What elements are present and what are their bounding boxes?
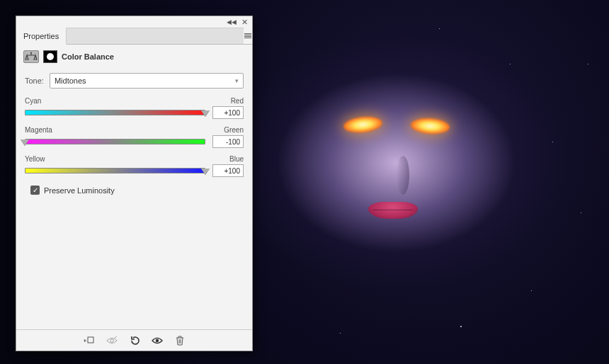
svg-point-0	[30, 52, 32, 54]
trash-icon[interactable]	[174, 335, 186, 346]
slider-value-cr[interactable]: +100	[212, 106, 244, 119]
visibility-icon[interactable]	[152, 335, 163, 346]
tab-bar: Properties	[16, 28, 252, 45]
slider-value-yb[interactable]: +100	[212, 164, 244, 177]
clip-to-layer-icon[interactable]	[84, 335, 95, 346]
slider-thumb[interactable]	[201, 169, 210, 175]
panel-header: ◀◀ ✕	[16, 16, 252, 28]
slider-left-label: Yellow	[25, 155, 45, 163]
properties-panel: ◀◀ ✕ Properties Color Balance Tone: Midt…	[16, 16, 253, 351]
preserve-luminosity-checkbox[interactable]: ✓	[30, 186, 40, 195]
slider-thumb[interactable]	[21, 140, 29, 146]
slider-track-mg[interactable]	[25, 137, 205, 147]
slider-right-label: Green	[224, 126, 244, 134]
panel-body: Tone: Midtones ▾ Cyan Red +100 Magenta	[16, 69, 252, 329]
reset-icon[interactable]	[129, 335, 140, 346]
balance-icon	[23, 50, 39, 63]
layer-mask-icon[interactable]	[43, 50, 57, 63]
adjustment-title: Color Balance	[62, 52, 114, 61]
slider-track-yb[interactable]	[25, 166, 205, 176]
slider-yellow-blue: Yellow Blue +100	[25, 155, 244, 177]
slider-cyan-red: Cyan Red +100	[25, 97, 244, 119]
svg-point-2	[110, 339, 113, 341]
adjustment-header: Color Balance	[16, 45, 252, 69]
collapse-icon[interactable]: ◀◀	[228, 18, 235, 25]
svg-rect-1	[88, 337, 93, 343]
svg-point-3	[155, 339, 158, 341]
slider-left-label: Magenta	[25, 126, 52, 134]
view-previous-icon[interactable]	[106, 335, 118, 346]
slider-value-mg[interactable]: -100	[212, 135, 244, 148]
tone-select-value: Midtones	[55, 76, 86, 85]
slider-thumb[interactable]	[201, 110, 210, 117]
tab-properties[interactable]: Properties	[16, 28, 67, 45]
preserve-luminosity-label: Preserve Luminosity	[44, 186, 115, 195]
tone-select[interactable]: Midtones ▾	[50, 73, 244, 89]
panel-menu-icon[interactable]	[244, 33, 252, 40]
slider-right-label: Red	[231, 97, 244, 105]
panel-footer	[16, 329, 252, 351]
tone-label: Tone:	[25, 76, 44, 85]
slider-track-cr[interactable]	[25, 108, 205, 118]
slider-left-label: Cyan	[25, 97, 41, 105]
chevron-down-icon: ▾	[235, 77, 239, 84]
close-icon[interactable]: ✕	[241, 18, 248, 25]
tab-bar-fill	[67, 28, 244, 44]
slider-right-label: Blue	[229, 155, 244, 163]
slider-magenta-green: Magenta Green -100	[25, 126, 244, 148]
